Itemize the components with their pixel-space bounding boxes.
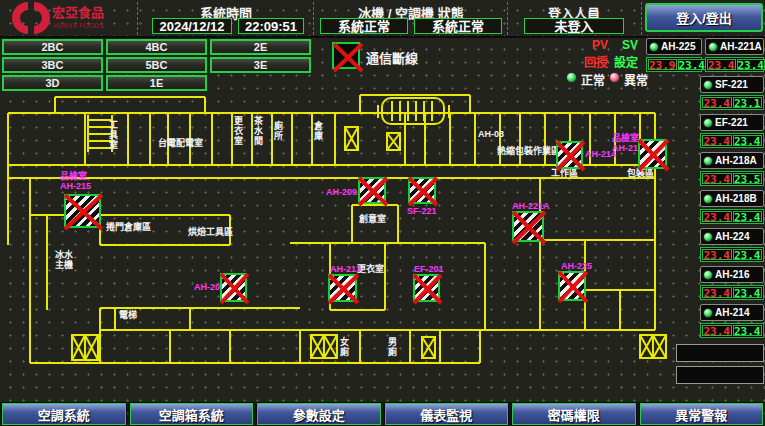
pv-value: 23.4 [702, 211, 732, 222]
bottom-nav: 空調系統空調箱系統參數設定儀表監視密碼權限異常警報 [0, 402, 765, 426]
fan-unit-icon[interactable] [512, 211, 544, 242]
unit-tile-ah-216[interactable]: AH-216 [700, 266, 764, 283]
unit-tile-ah-225[interactable]: AH-225 [646, 38, 702, 55]
unit-led-icon [703, 156, 713, 166]
room-label: 女廁 [339, 337, 349, 357]
unit-values-sf-221: 23.423.1 [700, 95, 764, 110]
floor-button-4bc[interactable]: 4BC [106, 39, 207, 55]
header-divider [137, 2, 138, 35]
pv-value: 23.9 [648, 59, 677, 70]
unit-tile-ah-218b[interactable]: AH-218B [700, 190, 764, 207]
unit-name: AH-218B [715, 193, 757, 204]
unit-values-ah-218b: 23.423.4 [700, 209, 764, 224]
pv-value: 23.4 [702, 287, 732, 298]
header-divider [313, 2, 314, 35]
sv-label: SV [622, 38, 638, 52]
login-user-value: 未登入 [524, 18, 624, 34]
abnormal-label: 異常 [624, 71, 648, 88]
unit-values-ah-214: 23.423.4 [700, 323, 764, 338]
sv-value: 23.4 [678, 59, 707, 70]
system-clock-value: 22:09:51 [238, 18, 304, 34]
room-label: 熱縮包裝作業區 [497, 146, 560, 156]
unit-name: AH-225 [661, 41, 695, 52]
unit-led-icon [703, 194, 713, 204]
room-label: 倉庫 [313, 121, 323, 141]
unit-values-ah-221a: 23.423.4 [705, 57, 764, 72]
comm-fail-label: 通信斷線 [366, 48, 418, 67]
unit-values-ah-218a: 23.423.5 [700, 171, 764, 186]
fan-unit-icon[interactable] [358, 177, 386, 204]
sv-value: 23.4 [733, 287, 763, 298]
fan-unit-icon[interactable] [556, 141, 583, 169]
header-divider [641, 2, 642, 35]
room-label: 廁所 [273, 121, 283, 141]
floor-button-2e[interactable]: 2E [210, 39, 311, 55]
sv-value: 23.4 [733, 325, 763, 336]
nav-button-3[interactable]: 儀表監視 [385, 403, 509, 425]
abnormal-led-icon [609, 72, 620, 83]
normal-label: 正常 [581, 71, 605, 88]
fan-unit-icon[interactable] [220, 273, 247, 302]
pv-label: PV [592, 38, 608, 52]
fan-unit-icon[interactable] [328, 274, 357, 302]
unit-values-ah-216: 23.423.4 [700, 285, 764, 300]
fan-unit-icon[interactable] [638, 139, 667, 169]
sv-value: 23.4 [733, 249, 763, 260]
pv-value: 23.4 [702, 135, 732, 146]
unit-values-ah-224: 23.423.4 [700, 247, 764, 262]
unit-led-icon [703, 270, 713, 280]
floor-selector-grid: 2BC4BC2E3BC5BC3E3D1E [2, 39, 311, 91]
floor-button-3e[interactable]: 3E [210, 57, 311, 73]
nav-button-1[interactable]: 空調箱系統 [130, 403, 254, 425]
fan-unit-icon[interactable] [408, 177, 436, 204]
unit-led-icon [703, 118, 713, 128]
floor-button-3bc[interactable]: 3BC [2, 57, 103, 73]
room-label: 捲門倉庫區 [106, 222, 151, 232]
room-label: 創意室 [359, 214, 386, 224]
header-divider [507, 2, 508, 35]
unit-led-icon [703, 232, 713, 242]
unit-tile-ah-218a[interactable]: AH-218A [700, 152, 764, 169]
fan-unit-icon[interactable] [413, 274, 440, 302]
unit-values-ah-225: 23.923.4 [646, 57, 702, 72]
sv-value: 23.4 [733, 211, 763, 222]
unit-name: EF-221 [715, 117, 748, 128]
pv-value: 23.4 [702, 249, 732, 260]
nav-button-5[interactable]: 異常警報 [640, 403, 764, 425]
company-logo: 宏亞食品 HUNYA FOODS [4, 1, 134, 35]
unit-tile-ah-214[interactable]: AH-214 [700, 304, 764, 321]
floor-button-1e[interactable]: 1E [106, 75, 207, 91]
room-label: 工具室 [108, 120, 118, 150]
room-label: AH-03 [478, 129, 504, 139]
floor-button-3d[interactable]: 3D [2, 75, 103, 91]
unit-tile-ah-224[interactable]: AH-224 [700, 228, 764, 245]
normal-led-icon [566, 72, 577, 83]
unit-tile-sf-221[interactable]: SF-221 [700, 76, 764, 93]
room-label: 電梯 [119, 310, 137, 320]
room-label: 冰水 主機 [55, 250, 73, 270]
fan-unit-icon[interactable] [558, 271, 586, 301]
pv-value: 23.4 [707, 59, 736, 70]
pv-desc-label: 回授 [584, 53, 608, 70]
sv-value: 23.4 [737, 59, 765, 70]
unit-led-icon [703, 308, 713, 318]
unit-values-ef-221: 23.423.4 [700, 133, 764, 148]
pv-value: 23.4 [702, 325, 732, 336]
floor-button-2bc[interactable]: 2BC [2, 39, 103, 55]
unit-name: AH-216 [715, 269, 749, 280]
sv-value: 23.4 [733, 135, 763, 146]
unit-tile-ah-221a[interactable]: AH-221A [705, 38, 764, 55]
nav-button-4[interactable]: 密碼權限 [512, 403, 636, 425]
brand-name: 宏亞食品 [52, 5, 104, 20]
pv-value: 23.4 [702, 97, 732, 108]
login-logout-button[interactable]: 登入/登出 [645, 3, 763, 32]
floor-button-5bc[interactable]: 5BC [106, 57, 207, 73]
system-date-value: 2024/12/12 [152, 18, 232, 34]
spare-slot [676, 366, 764, 384]
nav-button-0[interactable]: 空調系統 [2, 403, 126, 425]
sv-value: 23.1 [733, 97, 763, 108]
nav-button-2[interactable]: 參數設定 [257, 403, 381, 425]
room-label: 男廁 [387, 337, 397, 357]
unit-tile-ef-221[interactable]: EF-221 [700, 114, 764, 131]
fan-unit-icon[interactable] [64, 194, 101, 228]
